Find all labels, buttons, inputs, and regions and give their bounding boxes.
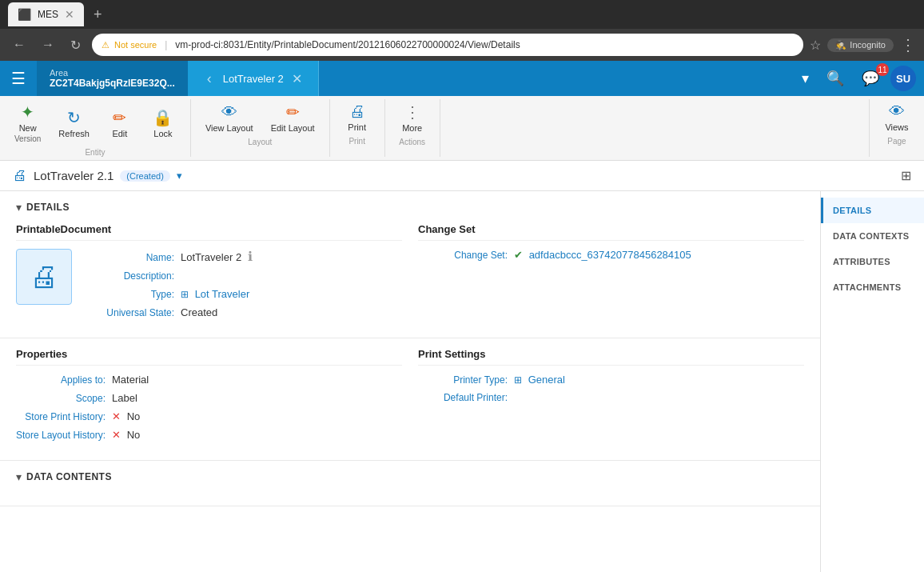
refresh-icon: ↻ <box>67 108 81 127</box>
tab-prev-icon[interactable]: ‹ <box>204 70 215 87</box>
print-settings-heading: Print Settings <box>418 348 804 366</box>
content-area: ▾ DETAILS PrintableDocument 🖨 Name: LotT… <box>0 191 820 572</box>
sidebar-item-attachments[interactable]: ATTACHMENTS <box>821 274 924 300</box>
print-icon: 🖨 <box>349 102 365 121</box>
toolbar-group-print: 🖨 Print Print <box>330 99 385 157</box>
type-value-text: Lot Traveler <box>195 288 250 300</box>
toolbar-group-entity: ✦ New Version ↻ Refresh ✏ Edit 🔒 Lock En… <box>0 99 191 157</box>
url-separator: | <box>165 39 167 50</box>
views-button[interactable]: 👁 Views <box>876 99 918 135</box>
browser-menu-icon[interactable]: ⋮ <box>900 35 916 54</box>
properties-col: Properties Applies to: Material Scope: L… <box>16 348 402 447</box>
store-print-cross-icon: ✕ <box>112 410 121 422</box>
user-avatar[interactable]: SU <box>890 66 916 91</box>
app-header: ☰ Area ZC2T4Bakjg5qRzIE9E32Q... ‹ LotTra… <box>0 61 924 96</box>
description-label: Description: <box>85 270 181 282</box>
forward-button[interactable]: → <box>37 34 59 55</box>
tab-favicon: ⬛ <box>18 8 31 21</box>
reload-button[interactable]: ↻ <box>66 34 86 56</box>
page-header: 🖨 LotTraveler 2.1 (Created) ▾ ⊞ <box>0 161 924 191</box>
data-contents-title: DATA CONTENTS <box>26 471 112 482</box>
properties-section: Properties Applies to: Material Scope: L… <box>0 338 820 461</box>
tab-title: MES <box>38 9 58 20</box>
new-version-sublabel: Version <box>14 134 41 143</box>
page-expand-icon[interactable]: ⊞ <box>901 168 911 183</box>
area-section: Area ZC2T4Bakjg5qRzIE9E32Q... <box>37 61 188 96</box>
universal-state-value: Created <box>181 306 217 318</box>
refresh-button[interactable]: ↻ Refresh <box>50 99 98 146</box>
address-bar[interactable]: ⚠ Not secure | vm-prod-ci:8031/Entity/Pr… <box>92 34 803 56</box>
change-set-col: Change Set Change Set: ✔ adfdacbccc_6374… <box>418 223 804 325</box>
lock-button[interactable]: 🔒 Lock <box>142 99 184 146</box>
details-section: ▾ DETAILS PrintableDocument 🖨 Name: LotT… <box>0 191 820 338</box>
page-dropdown-icon[interactable]: ▾ <box>177 170 182 182</box>
lock-label: Lock <box>153 129 172 138</box>
sidebar-item-attributes[interactable]: ATTRIBUTES <box>821 249 924 274</box>
incognito-label: Incognito <box>850 40 886 50</box>
printer-type-grid-icon: ⊞ <box>514 374 522 386</box>
right-sidebar: DETAILS DATA CONTEXTS ATTRIBUTES ATTACHM… <box>820 191 924 572</box>
applies-to-row: Applies to: Material <box>16 374 402 386</box>
store-layout-row: Store Layout History: ✕ No <box>16 429 402 441</box>
sidebar-item-details[interactable]: DETAILS <box>821 198 924 223</box>
app-tab-close-icon[interactable]: ✕ <box>292 71 302 86</box>
printer-type-value[interactable]: ⊞ General <box>514 374 565 386</box>
back-button[interactable]: ← <box>8 34 30 55</box>
details-section-header: ▾ DETAILS <box>16 201 804 214</box>
page-group-label: Page <box>876 137 918 146</box>
store-print-label: Store Print History: <box>16 411 112 422</box>
description-field-row: Description: <box>85 270 402 282</box>
type-value[interactable]: ⊞ Lot Traveler <box>181 288 249 300</box>
scope-value: Label <box>112 392 137 404</box>
browser-tab-mes[interactable]: ⬛ MES ✕ <box>8 2 84 26</box>
dropdown-button[interactable]: ▾ <box>795 66 815 90</box>
store-layout-value: ✕ No <box>112 429 140 441</box>
view-layout-button[interactable]: 👁 View Layout <box>197 99 261 136</box>
type-field-row: Type: ⊞ Lot Traveler <box>85 288 402 300</box>
new-tab-button[interactable]: + <box>94 6 102 23</box>
view-layout-label: View Layout <box>205 123 253 133</box>
url-text: vm-prod-ci:8031/Entity/PrintableDocument… <box>175 39 520 50</box>
printer-type-value-text: General <box>528 374 565 386</box>
printable-document-col: PrintableDocument 🖨 Name: LotTraveler 2 … <box>16 223 402 325</box>
info-icon[interactable]: ℹ <box>248 249 253 264</box>
details-toggle-icon[interactable]: ▾ <box>16 201 22 214</box>
sidebar-item-data-contexts[interactable]: DATA CONTEXTS <box>821 223 924 249</box>
print-settings-col: Print Settings Printer Type: ⊞ General D… <box>418 348 804 447</box>
edit-button[interactable]: ✏ Edit <box>99 99 141 146</box>
new-version-button[interactable]: ✦ New Version <box>6 99 49 146</box>
browser-chrome: ⬛ MES ✕ + <box>0 0 924 29</box>
layout-group-label: Layout <box>197 138 323 146</box>
bookmark-icon[interactable]: ☆ <box>810 38 821 53</box>
change-set-value[interactable]: ✔ adfdacbccc_637420778456284105 <box>514 249 691 261</box>
address-bar-row: ← → ↻ ⚠ Not secure | vm-prod-ci:8031/Ent… <box>0 29 924 61</box>
print-button[interactable]: 🖨 Print <box>337 99 378 135</box>
name-field-row: Name: LotTraveler 2 ℹ <box>85 249 402 264</box>
tab-close-icon[interactable]: ✕ <box>65 8 74 21</box>
header-actions: ▾ 🔍 💬 11 SU <box>787 61 924 96</box>
app-tab-title: LotTraveler 2 <box>223 73 284 85</box>
new-version-icon: ✦ <box>21 102 34 122</box>
data-contents-toggle-icon[interactable]: ▾ <box>16 470 22 483</box>
toolbar-group-page: 👁 Views Page <box>869 99 924 157</box>
search-button[interactable]: 🔍 <box>820 66 850 90</box>
more-button[interactable]: ⋮ More <box>392 99 433 136</box>
views-icon: 👁 <box>889 102 905 121</box>
notifications-button[interactable]: 💬 11 <box>855 66 886 90</box>
store-print-value: ✕ No <box>112 410 140 422</box>
hamburger-button[interactable]: ☰ <box>0 61 37 96</box>
notification-count: 11 <box>876 63 889 76</box>
app-tab-lottraveler[interactable]: ‹ LotTraveler 2 ✕ <box>188 61 319 96</box>
tab-section: ‹ LotTraveler 2 ✕ <box>188 61 787 96</box>
views-label: Views <box>885 122 908 132</box>
applies-to-label: Applies to: <box>16 374 112 386</box>
security-warning-icon: ⚠ <box>102 40 110 50</box>
edit-icon: ✏ <box>113 108 126 127</box>
incognito-button[interactable]: 🕵 Incognito <box>827 38 894 52</box>
edit-layout-button[interactable]: ✏ Edit Layout <box>263 99 323 136</box>
page-printer-icon: 🖨 <box>13 167 27 184</box>
scope-row: Scope: Label <box>16 392 402 404</box>
universal-state-field-row: Universal State: Created <box>85 306 402 318</box>
print-label: Print <box>348 122 366 132</box>
details-col: Name: LotTraveler 2 ℹ Description: Type: <box>85 249 402 325</box>
